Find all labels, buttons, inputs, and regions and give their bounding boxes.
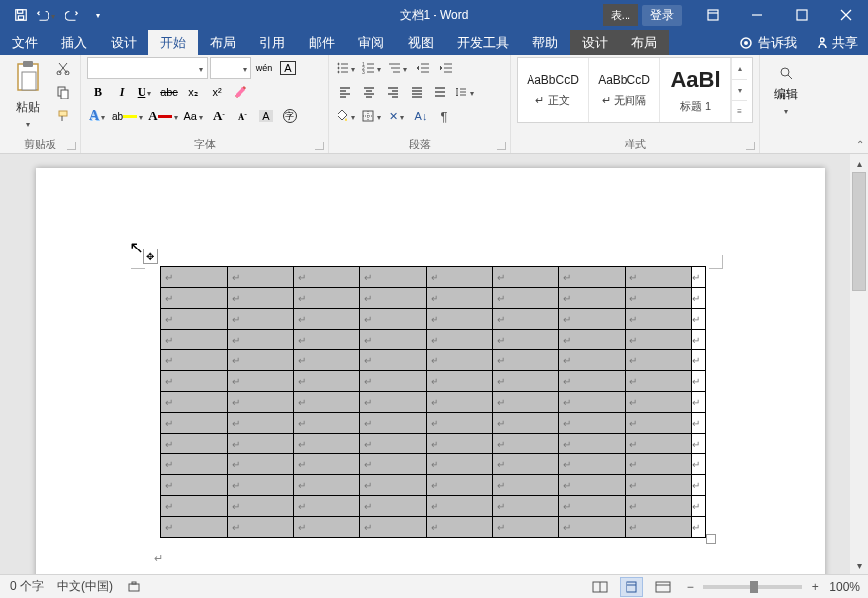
table-cell[interactable]: ↵ (294, 371, 360, 392)
table-cell[interactable]: ↵ (161, 330, 228, 350)
word-count[interactable]: 0 个字 (10, 578, 44, 595)
table-cell[interactable]: ↵ (294, 454, 360, 475)
web-layout-button[interactable] (651, 577, 675, 597)
table-cell[interactable]: ↵ (427, 413, 493, 434)
table-cell[interactable]: ↵ (161, 517, 228, 538)
table-cell[interactable]: ↵ (559, 434, 626, 454)
table-cell[interactable]: ↵ (228, 371, 294, 392)
numbering-button[interactable]: 123 (360, 57, 384, 79)
table-cell[interactable]: ↵ (427, 392, 493, 413)
superscript-button[interactable]: x² (206, 81, 228, 103)
table-cell[interactable]: ↵ (161, 371, 228, 392)
table-cell[interactable]: ↵ (427, 371, 493, 392)
editing-label[interactable]: 编辑 (774, 86, 798, 103)
table-cell[interactable]: ↵ (161, 288, 228, 309)
line-spacing-button[interactable] (453, 81, 477, 103)
read-mode-button[interactable] (588, 577, 612, 597)
vertical-scrollbar[interactable]: ▴ ▾ (850, 154, 868, 574)
table-cell[interactable]: ↵ (228, 309, 294, 330)
tab-design[interactable]: 设计 (99, 30, 148, 55)
table-cell[interactable]: ↵ (626, 496, 692, 517)
table-cell[interactable]: ↵ (427, 330, 493, 350)
zoom-slider-thumb[interactable] (750, 581, 758, 593)
table-cell[interactable]: ↵ (294, 309, 360, 330)
table-cell[interactable]: ↵ (294, 392, 360, 413)
styles-scroll-down[interactable]: ▾ (731, 79, 747, 101)
table-cell[interactable]: ↵ (161, 475, 228, 496)
table-cell[interactable]: ↵ (626, 413, 692, 434)
table-cell[interactable]: ↵ (626, 434, 692, 454)
sign-in-button[interactable]: 登录 (642, 5, 682, 26)
paste-label[interactable]: 粘贴 (16, 99, 40, 116)
text-effects-button[interactable]: A (87, 105, 109, 127)
table-cell[interactable]: ↵ (626, 330, 692, 350)
table-cell[interactable]: ↵ (626, 392, 692, 413)
table-cell[interactable]: ↵ (427, 475, 493, 496)
table-cell[interactable]: ↵ (294, 475, 360, 496)
scroll-thumb[interactable] (852, 172, 866, 291)
table-cell[interactable]: ↵ (493, 309, 559, 330)
table-cell[interactable]: ↵ (360, 413, 427, 434)
tell-me-button[interactable]: 告诉我 (730, 30, 807, 55)
multilevel-list-button[interactable] (386, 57, 410, 79)
table-cell[interactable]: ↵ (228, 350, 294, 371)
show-marks-button[interactable]: ¶ (434, 105, 455, 127)
table-cell[interactable]: ↵ (360, 434, 427, 454)
table-cell[interactable]: ↵ (294, 350, 360, 371)
tab-file[interactable]: 文件 (0, 30, 49, 55)
table-cell[interactable]: ↵ (294, 330, 360, 350)
table-cell[interactable]: ↵ (493, 392, 559, 413)
table-cell[interactable]: ↵ (161, 454, 228, 475)
increase-indent-button[interactable] (435, 57, 457, 79)
font-color-button[interactable]: A (147, 105, 180, 127)
align-distributed-button[interactable] (430, 81, 451, 103)
table-cell[interactable]: ↵ (360, 330, 427, 350)
tab-table-design[interactable]: 设计 (570, 30, 620, 55)
table-cell[interactable]: ↵ (559, 517, 626, 538)
table-cell[interactable]: ↵ (360, 288, 427, 309)
table-cell[interactable]: ↵ (427, 454, 493, 475)
shading-button[interactable] (335, 105, 358, 127)
align-right-button[interactable] (382, 81, 404, 103)
table-cell[interactable]: ↵ (493, 434, 559, 454)
redo-button[interactable] (59, 1, 85, 29)
italic-button[interactable]: I (111, 81, 133, 103)
table-cell[interactable]: ↵ (161, 434, 228, 454)
table-cell[interactable]: ↵ (493, 454, 559, 475)
table-cell[interactable]: ↵ (294, 267, 360, 288)
table-cell[interactable]: ↵ (360, 517, 427, 538)
minimize-button[interactable] (734, 0, 779, 30)
print-layout-button[interactable] (620, 577, 643, 597)
tab-developer[interactable]: 开发工具 (445, 30, 521, 55)
table-cell[interactable]: ↵ (228, 288, 294, 309)
table-cell[interactable]: ↵ (360, 496, 427, 517)
styles-scroll-up[interactable]: ▴ (731, 58, 747, 79)
page[interactable]: ↖ ✥ ↵↵↵↵↵↵↵↵↵↵↵↵↵↵↵↵↵↵↵↵↵↵↵↵↵↵↵↵↵↵↵↵↵↵↵↵… (36, 168, 825, 574)
asian-layout-button[interactable]: ✕ (386, 105, 408, 127)
close-button[interactable] (823, 0, 868, 30)
shrink-font-button[interactable]: Aˇ (232, 105, 253, 127)
align-center-button[interactable] (358, 81, 380, 103)
table-cell[interactable]: ↵ (493, 267, 559, 288)
table-cell[interactable]: ↵ (493, 517, 559, 538)
styles-expand[interactable]: ≡ (731, 100, 747, 122)
table-cell[interactable]: ↵ (294, 517, 360, 538)
table-cell[interactable]: ↵ (559, 392, 626, 413)
table-cell[interactable]: ↵ (559, 267, 626, 288)
find-button[interactable] (775, 64, 797, 82)
table-cell[interactable]: ↵ (559, 454, 626, 475)
highlight-button[interactable]: ab (111, 105, 145, 127)
table-cell[interactable]: ↵ (427, 288, 493, 309)
table-cell[interactable]: ↵ (559, 350, 626, 371)
style-item-nospacing[interactable]: AaBbCcD ↵ 无间隔 (589, 58, 660, 122)
subscript-button[interactable]: x₂ (182, 81, 204, 103)
tab-layout[interactable]: 布局 (198, 30, 247, 55)
table-cell[interactable]: ↵ (626, 309, 692, 330)
table-cell[interactable]: ↵ (427, 309, 493, 330)
tab-review[interactable]: 审阅 (346, 30, 396, 55)
table-cell[interactable]: ↵ (559, 475, 626, 496)
style-item-body[interactable]: AaBbCcD ↵ 正文 (518, 58, 589, 122)
sort-button[interactable]: A↓ (410, 105, 432, 127)
undo-button[interactable] (34, 1, 59, 29)
table-cell[interactable]: ↵ (493, 413, 559, 434)
